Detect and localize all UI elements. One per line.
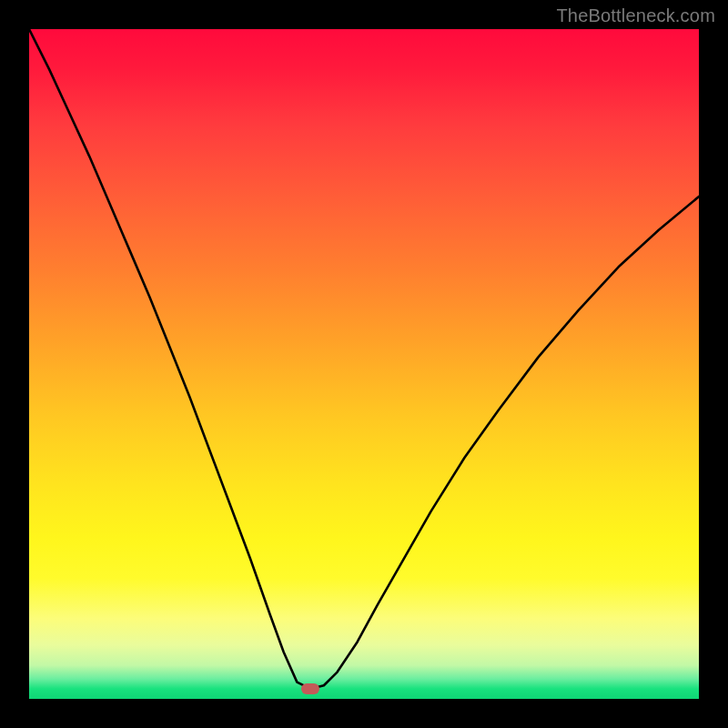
bottleneck-curve [29, 29, 699, 699]
plot-area [29, 29, 699, 699]
min-marker [301, 683, 319, 694]
chart-frame: TheBottleneck.com [0, 0, 728, 728]
watermark-text: TheBottleneck.com [556, 5, 715, 26]
